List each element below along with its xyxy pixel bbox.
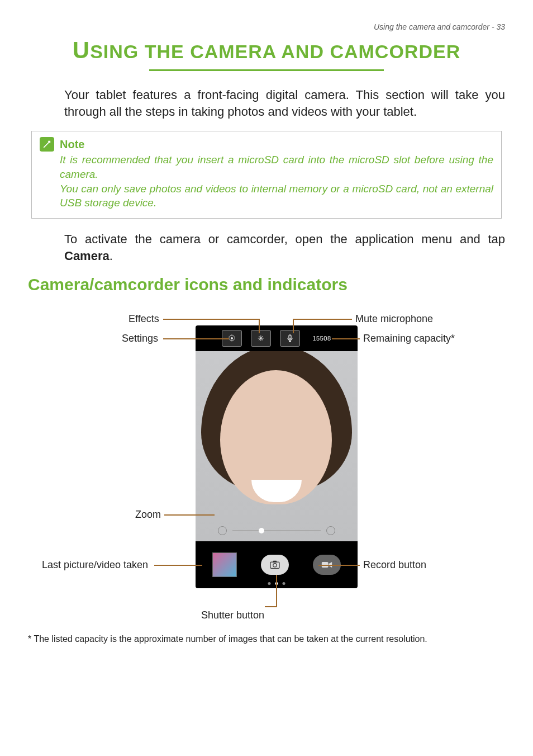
zoom-slider[interactable] — [218, 526, 335, 536]
line-mute-v — [293, 319, 294, 333]
zoom-in-icon[interactable] — [326, 526, 335, 535]
phone-mockup: ✳ 15508 — [196, 325, 358, 588]
note-box: Note It is recommended that you insert a… — [31, 131, 502, 219]
line-settings — [163, 338, 229, 339]
line-effects — [163, 319, 260, 320]
label-zoom: Zoom — [135, 509, 161, 521]
svg-rect-4 — [273, 561, 277, 563]
activate-post: . — [110, 249, 113, 263]
svg-point-3 — [273, 564, 277, 567]
activate-paragraph: To activate the camera or camcorder, ope… — [64, 231, 505, 264]
effects-icon[interactable]: ✳ — [251, 330, 271, 347]
zoom-track[interactable] — [232, 530, 321, 531]
label-shutter: Shutter button — [201, 609, 264, 621]
line-last — [154, 565, 202, 566]
note-body: It is recommended that you insert a micr… — [60, 153, 493, 210]
line-shutter-v — [276, 575, 277, 606]
line-remaining — [332, 338, 360, 339]
line-shutter-h — [265, 606, 277, 607]
line-effects-v — [259, 319, 260, 333]
footnote: * The listed capacity is the approximate… — [28, 634, 505, 644]
label-remaining: Remaining capacity* — [363, 333, 455, 344]
activate-pre: To activate the camera or camcorder, ope… — [64, 232, 505, 246]
mute-mic-icon[interactable] — [280, 330, 300, 347]
svg-rect-2 — [270, 563, 279, 569]
chapter-title-text: SING THE CAMERA AND CAMCORDER — [90, 41, 460, 62]
title-divider — [149, 69, 384, 71]
shutter-button[interactable] — [261, 555, 289, 575]
line-record — [318, 565, 360, 566]
zoom-out-icon[interactable] — [218, 526, 227, 535]
activate-bold: Camera — [64, 249, 110, 263]
camera-diagram: ✳ 15508 Effects — [28, 308, 505, 621]
section-heading: Camera/camcorder icons and indicators — [28, 275, 505, 294]
label-settings: Settings — [122, 333, 158, 344]
chapter-title: USING THE CAMERA AND CAMCORDER — [28, 37, 505, 64]
note-line2: You can only save photos and videos to i… — [60, 183, 493, 209]
svg-point-0 — [231, 337, 233, 339]
label-effects: Effects — [129, 313, 159, 325]
intro-paragraph: Your tablet features a front-facing digi… — [64, 87, 505, 120]
viewfinder[interactable] — [196, 351, 358, 541]
note-title: Note — [60, 138, 84, 151]
last-picture-thumbnail[interactable] — [212, 552, 237, 577]
line-zoom — [164, 514, 215, 516]
line-mute — [293, 319, 352, 320]
label-last: Last picture/video taken — [42, 559, 148, 571]
note-icon — [40, 137, 54, 152]
label-record: Record button — [363, 559, 426, 571]
remaining-capacity-value: 15508 — [312, 335, 331, 342]
label-mute: Mute microphone — [355, 313, 433, 325]
page-header: Using the camera and camcorder - 33 — [28, 22, 505, 31]
svg-rect-1 — [289, 335, 291, 339]
note-line1: It is recommended that you insert a micr… — [60, 154, 493, 180]
zoom-thumb[interactable] — [259, 528, 264, 533]
